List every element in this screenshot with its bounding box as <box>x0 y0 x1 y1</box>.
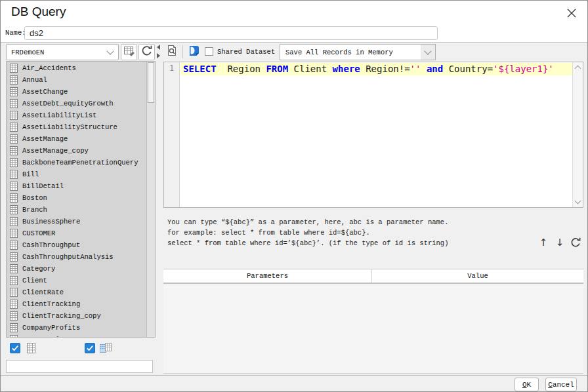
sql-token: Region!= <box>360 64 410 74</box>
sql-token <box>421 64 426 74</box>
storage-mode-dropdown[interactable]: Save All Records in Memory <box>280 44 436 60</box>
name-row: Name: <box>1 24 587 42</box>
ok-button[interactable]: OK <box>514 378 539 391</box>
list-item[interactable]: BackboneTeamPenetrationQuery <box>7 157 146 168</box>
cancel-button[interactable]: Cancel <box>545 378 577 391</box>
edit-connection-button[interactable] <box>121 44 137 60</box>
list-item[interactable]: AssetLiabilityStructure <box>7 121 146 133</box>
dialog-title: DB Query <box>11 5 66 19</box>
up-arrow-icon: ↑ <box>539 237 548 248</box>
table-icon <box>10 205 18 214</box>
down-arrow-icon: ↓ <box>556 237 564 248</box>
table-name: ClientTracking_copy <box>22 312 101 320</box>
panel-splitter[interactable] <box>157 45 160 58</box>
table-list: Air_AccidentsAnnualAssetChangeAssetDebt_… <box>7 62 146 337</box>
table-icon <box>10 288 18 297</box>
preview-query-button[interactable] <box>165 45 179 59</box>
list-item[interactable]: AssetLiabilityList <box>7 109 146 121</box>
list-item[interactable]: Bill <box>7 168 146 180</box>
table-icon <box>10 123 18 132</box>
list-item[interactable]: Corporation <box>7 334 146 337</box>
table-icon <box>10 146 18 155</box>
list-item[interactable]: AssetManage <box>7 133 146 145</box>
table-icon <box>10 182 18 191</box>
scroll-up-icon[interactable] <box>575 66 581 72</box>
sql-parameter-button[interactable] <box>187 45 201 59</box>
sql-editor[interactable]: 1 SELECT Region FROM Client where Region… <box>163 62 583 208</box>
list-item[interactable]: CashThroughput <box>7 239 146 251</box>
table-name: Client <box>22 277 47 284</box>
move-up-button[interactable]: ↑ <box>537 237 549 250</box>
table-edit-icon <box>123 45 135 60</box>
editor-scrollbar[interactable] <box>572 62 583 207</box>
chevron-down-icon <box>106 47 114 54</box>
show-tables-checkbox[interactable] <box>10 343 20 353</box>
name-label: Name: <box>5 29 26 37</box>
sql-token: Region <box>217 64 266 74</box>
table-name: Air_Accidents <box>22 64 76 72</box>
list-item[interactable]: Air_Accidents <box>7 62 146 74</box>
table-name: CUSTOMER <box>22 229 55 237</box>
sql-token: Client <box>288 64 332 74</box>
table-name: CashThroughput <box>22 241 80 249</box>
table-name: ClientRate <box>22 288 64 296</box>
scrollbar-thumb[interactable] <box>148 62 154 103</box>
sql-code-line[interactable]: SELECT Region FROM Client where Region!=… <box>180 63 572 75</box>
sql-token: '${layer1}' <box>493 64 554 74</box>
refresh-parameters-button[interactable] <box>569 237 582 250</box>
collapse-right-icon[interactable] <box>157 53 160 58</box>
table-list-panel: Air_AccidentsAnnualAssetChangeAssetDebt_… <box>6 61 156 338</box>
list-item[interactable]: AssetManage_copy <box>7 145 146 157</box>
table-name: AssetLiabilityList <box>22 111 96 119</box>
list-item[interactable]: BillDetail <box>7 180 146 192</box>
collapse-left-icon[interactable] <box>157 45 160 50</box>
refresh-tables-button[interactable] <box>138 44 155 60</box>
table-icon <box>10 276 18 285</box>
list-item[interactable]: ClientTracking_copy <box>7 310 146 322</box>
table-icon <box>10 335 18 337</box>
list-item[interactable]: Annual <box>7 74 146 86</box>
scroll-down-icon[interactable] <box>575 198 581 205</box>
list-item[interactable]: ClientRate <box>7 286 146 298</box>
view-icon <box>99 342 112 355</box>
close-icon[interactable] <box>564 5 579 21</box>
connection-dropdown[interactable]: FRDemoEN <box>6 44 119 60</box>
table-name: AssetChange <box>22 88 68 96</box>
list-item[interactable]: CUSTOMER <box>7 227 146 239</box>
table-icon <box>10 323 18 332</box>
move-down-button[interactable]: ↓ <box>554 237 566 250</box>
list-item[interactable]: Boston <box>7 192 146 204</box>
table-icon <box>10 99 18 108</box>
list-item[interactable]: Category <box>7 263 146 275</box>
help-line-3: select * from table where id=’${abc}’. (… <box>167 238 448 248</box>
dialog-content: FRDemoEN <box>1 42 587 375</box>
table-name: Category <box>22 265 55 273</box>
shared-dataset-checkbox[interactable] <box>205 47 213 56</box>
table-list-scrollbar[interactable] <box>146 62 155 337</box>
list-item[interactable]: ClientTracking <box>7 298 146 310</box>
parameters-table-body[interactable] <box>163 284 583 374</box>
sql-token: '' <box>410 64 421 74</box>
column-header-parameters: Parameters <box>163 269 372 283</box>
table-name: AssetManage <box>22 135 68 143</box>
list-item[interactable]: Branch <box>7 204 146 216</box>
table-name: Annual <box>22 76 47 84</box>
toolbar-separator <box>182 45 183 58</box>
table-icon <box>10 217 18 226</box>
table-name: BackboneTeamPenetrationQuery <box>22 159 138 167</box>
list-item[interactable]: Client <box>7 275 146 286</box>
list-item[interactable]: CashThroughputAnalysis <box>7 251 146 263</box>
list-item[interactable]: BusinessSphere <box>7 216 146 227</box>
footer-bar: OK Cancel <box>1 375 587 392</box>
chevron-down-icon <box>424 47 431 54</box>
table-filter-input[interactable] <box>6 360 153 373</box>
table-icon <box>10 158 18 167</box>
list-item[interactable]: CompanyProfits <box>7 322 146 334</box>
list-item[interactable]: AssetChange <box>7 86 146 98</box>
storage-mode-value: Save All Records in Memory <box>285 49 393 56</box>
list-item[interactable]: AssetDebt_equityGrowth <box>7 98 146 109</box>
sql-token: and <box>427 64 443 74</box>
dataset-name-input[interactable] <box>24 26 438 40</box>
column-header-value: Value <box>372 269 583 283</box>
show-views-checkbox[interactable] <box>85 343 95 353</box>
